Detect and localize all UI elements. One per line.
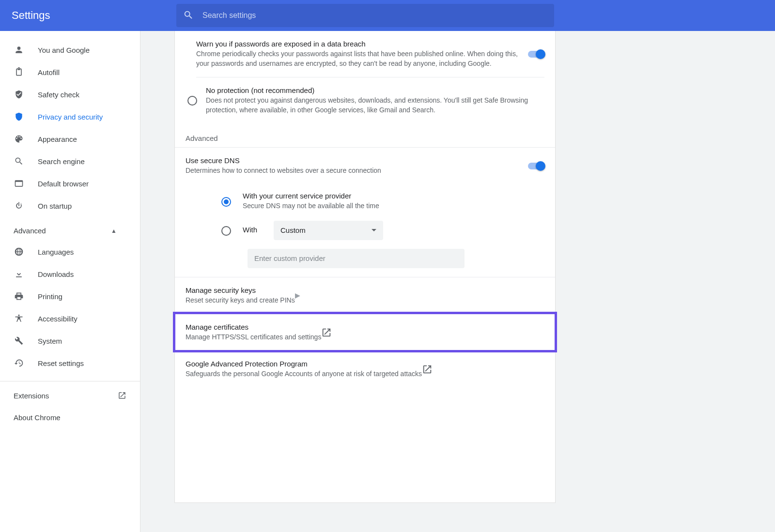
sidebar-item-label: Search engine (38, 157, 85, 166)
sidebar-item-label: Default browser (38, 180, 89, 188)
sidebar-extensions-label: Extensions (14, 392, 49, 400)
breach-warning-row: Warn you if passwords are exposed in a d… (175, 31, 555, 77)
dns-custom-select[interactable]: Custom (274, 221, 383, 240)
sidebar-item-label: Languages (38, 248, 74, 256)
search-bar[interactable] (176, 4, 554, 27)
shield-icon (14, 111, 24, 122)
sidebar-item-search-engine[interactable]: Search engine (0, 150, 140, 172)
chevron-down-icon (372, 229, 376, 231)
dns-current-sub: Secure DNS may not be available all the … (243, 201, 379, 211)
advanced-section-label: Advanced (175, 123, 555, 147)
no-protection-row[interactable]: No protection (not recommended) Does not… (175, 77, 555, 124)
dns-custom-label: With (243, 226, 262, 234)
sidebar-item-accessibility[interactable]: Accessibility (0, 307, 140, 330)
chevron-right-icon: ▶ (295, 291, 300, 299)
sidebar-item-system[interactable]: System (0, 330, 140, 352)
person-icon (14, 45, 24, 55)
breach-desc: Chrome periodically checks your password… (196, 49, 519, 69)
download-icon (14, 269, 24, 279)
sidebar-about-label: About Chrome (14, 413, 61, 422)
main-content: Warn you if passwords are exposed in a d… (140, 31, 775, 532)
sidebar-item-you-google[interactable]: You and Google (0, 39, 140, 61)
secure-dns-row: Use secure DNS Determines how to connect… (175, 147, 555, 184)
dns-option-current[interactable]: With your current service provider Secur… (207, 187, 544, 215)
sidebar-item-startup[interactable]: On startup (0, 195, 140, 217)
sidebar-item-label: On startup (38, 202, 72, 210)
advanced-protection-row[interactable]: Google Advanced Protection Program Safeg… (175, 350, 555, 387)
dns-current-label: With your current service provider (243, 192, 379, 200)
radio-icon[interactable] (187, 96, 197, 106)
sidebar-item-safety[interactable]: Safety check (0, 83, 140, 106)
certificates-desc: Manage HTTPS/SSL certificates and settin… (186, 332, 321, 342)
search-icon (183, 10, 194, 22)
sidebar-item-printing[interactable]: Printing (0, 285, 140, 307)
external-link-icon (422, 364, 433, 375)
sidebar-about[interactable]: About Chrome (0, 407, 140, 428)
app-header: Settings (0, 0, 775, 31)
sidebar-divider (0, 381, 140, 381)
verified-icon (14, 89, 24, 100)
sidebar-item-autofill[interactable]: Autofill (0, 61, 140, 83)
sidebar-item-label: Privacy and security (38, 113, 103, 121)
palette-icon (14, 134, 24, 144)
sidebar: You and Google Autofill Safety check Pri… (0, 31, 140, 532)
breach-toggle[interactable] (528, 51, 544, 58)
no-protection-title: No protection (not recommended) (206, 86, 534, 94)
search-icon (14, 156, 24, 167)
no-protection-desc: Does not protect you against dangerous w… (206, 95, 534, 115)
sidebar-item-label: You and Google (38, 46, 90, 54)
manage-certificates-row[interactable]: Manage certificates Manage HTTPS/SSL cer… (175, 314, 555, 350)
gap-desc: Safeguards the personal Google Accounts … (186, 369, 422, 379)
sidebar-item-label: Reset settings (38, 359, 84, 367)
sidebar-item-appearance[interactable]: Appearance (0, 128, 140, 150)
wrench-icon (14, 335, 24, 346)
secure-dns-title: Use secure DNS (186, 156, 519, 165)
secure-dns-toggle[interactable] (528, 163, 544, 169)
settings-title: Settings (12, 9, 167, 22)
external-link-icon (118, 391, 126, 400)
radio-icon[interactable] (221, 197, 231, 207)
sidebar-item-downloads[interactable]: Downloads (0, 263, 140, 285)
power-icon (14, 200, 24, 211)
dns-option-custom[interactable]: With Custom (207, 216, 544, 245)
secure-dns-options: With your current service provider Secur… (175, 184, 555, 276)
sidebar-advanced-label: Advanced (14, 227, 46, 235)
sidebar-item-label: Accessibility (38, 315, 78, 323)
accessibility-icon (14, 313, 24, 324)
sidebar-item-label: Appearance (38, 135, 77, 143)
external-link-icon (321, 327, 332, 338)
chevron-up-icon: ▲ (111, 228, 117, 234)
security-panel: Warn you if passwords are exposed in a d… (174, 31, 556, 503)
sidebar-item-label: Downloads (38, 270, 74, 278)
globe-icon (14, 246, 24, 257)
sidebar-item-reset[interactable]: Reset settings (0, 352, 140, 374)
breach-title: Warn you if passwords are exposed in a d… (196, 40, 519, 48)
security-keys-title: Manage security keys (186, 286, 295, 294)
restore-icon (14, 358, 24, 368)
search-input[interactable] (202, 11, 547, 20)
sidebar-item-default-browser[interactable]: Default browser (0, 172, 140, 195)
security-keys-desc: Reset security keys and create PINs (186, 295, 295, 305)
sidebar-item-languages[interactable]: Languages (0, 241, 140, 263)
manage-security-keys-row[interactable]: Manage security keys Reset security keys… (175, 277, 555, 314)
sidebar-item-label: System (38, 337, 62, 345)
sidebar-item-label: Safety check (38, 91, 79, 99)
radio-icon[interactable] (221, 226, 231, 236)
print-icon (14, 291, 24, 302)
secure-dns-desc: Determines how to connect to websites ov… (186, 166, 519, 175)
sidebar-advanced-toggle[interactable]: Advanced ▲ (0, 217, 140, 241)
sidebar-item-privacy[interactable]: Privacy and security (0, 106, 140, 128)
sidebar-item-label: Autofill (38, 68, 60, 76)
sidebar-item-label: Printing (38, 292, 62, 301)
dns-custom-input[interactable] (248, 249, 465, 268)
gap-title: Google Advanced Protection Program (186, 360, 422, 368)
clipboard-icon (14, 67, 24, 77)
dns-custom-select-value: Custom (280, 226, 306, 234)
browser-icon (14, 178, 24, 189)
sidebar-extensions[interactable]: Extensions (0, 384, 140, 407)
certificates-title: Manage certificates (186, 323, 321, 331)
